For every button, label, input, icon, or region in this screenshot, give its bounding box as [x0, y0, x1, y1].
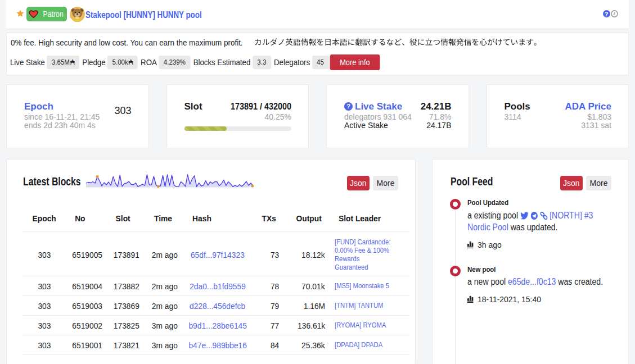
- svg-text:?: ?: [346, 103, 350, 110]
